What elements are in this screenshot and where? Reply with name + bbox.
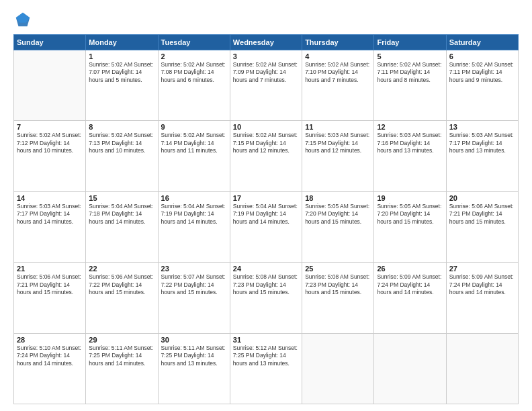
day-number: 22 bbox=[89, 265, 154, 273]
day-number: 23 bbox=[161, 265, 227, 273]
calendar-cell: 8Sunrise: 5:02 AM Sunset: 7:13 PM Daylig… bbox=[86, 121, 158, 191]
day-number: 18 bbox=[305, 194, 371, 202]
day-number: 15 bbox=[89, 194, 154, 202]
logo-icon bbox=[13, 10, 32, 29]
day-number: 14 bbox=[17, 194, 83, 202]
day-number: 3 bbox=[233, 52, 299, 60]
calendar-cell bbox=[446, 333, 518, 404]
day-number: 25 bbox=[305, 265, 371, 273]
day-number: 26 bbox=[377, 265, 443, 273]
day-number: 17 bbox=[233, 194, 299, 202]
day-info: Sunrise: 5:03 AM Sunset: 7:17 PM Dayligh… bbox=[449, 132, 515, 154]
col-tuesday: Tuesday bbox=[158, 35, 230, 50]
day-number: 13 bbox=[449, 123, 515, 131]
day-number: 16 bbox=[161, 194, 227, 202]
day-info: Sunrise: 5:06 AM Sunset: 7:21 PM Dayligh… bbox=[449, 203, 515, 226]
col-wednesday: Wednesday bbox=[230, 35, 302, 50]
day-info: Sunrise: 5:04 AM Sunset: 7:19 PM Dayligh… bbox=[233, 203, 299, 226]
calendar-cell: 29Sunrise: 5:11 AM Sunset: 7:25 PM Dayli… bbox=[86, 333, 158, 404]
day-number: 30 bbox=[161, 336, 227, 344]
day-number: 20 bbox=[449, 194, 515, 202]
day-info: Sunrise: 5:10 AM Sunset: 7:24 PM Dayligh… bbox=[17, 345, 83, 367]
calendar-cell: 16Sunrise: 5:04 AM Sunset: 7:19 PM Dayli… bbox=[158, 191, 230, 262]
day-number: 5 bbox=[377, 52, 443, 60]
day-info: Sunrise: 5:02 AM Sunset: 7:12 PM Dayligh… bbox=[17, 132, 83, 154]
day-info: Sunrise: 5:07 AM Sunset: 7:22 PM Dayligh… bbox=[161, 273, 227, 296]
day-number: 10 bbox=[233, 123, 299, 131]
day-info: Sunrise: 5:02 AM Sunset: 7:09 PM Dayligh… bbox=[233, 61, 299, 84]
day-info: Sunrise: 5:02 AM Sunset: 7:13 PM Dayligh… bbox=[89, 132, 154, 154]
calendar-cell: 9Sunrise: 5:02 AM Sunset: 7:14 PM Daylig… bbox=[158, 121, 230, 191]
day-info: Sunrise: 5:08 AM Sunset: 7:23 PM Dayligh… bbox=[305, 273, 371, 296]
calendar-cell: 3Sunrise: 5:02 AM Sunset: 7:09 PM Daylig… bbox=[230, 50, 302, 121]
week-row-1: 1Sunrise: 5:02 AM Sunset: 7:07 PM Daylig… bbox=[14, 50, 519, 121]
calendar-cell: 5Sunrise: 5:02 AM Sunset: 7:11 PM Daylig… bbox=[374, 50, 446, 121]
header bbox=[13, 10, 519, 29]
day-number: 4 bbox=[305, 52, 371, 60]
day-info: Sunrise: 5:03 AM Sunset: 7:16 PM Dayligh… bbox=[377, 132, 443, 154]
day-info: Sunrise: 5:11 AM Sunset: 7:25 PM Dayligh… bbox=[89, 345, 154, 367]
day-info: Sunrise: 5:02 AM Sunset: 7:11 PM Dayligh… bbox=[377, 61, 443, 84]
calendar-cell: 23Sunrise: 5:07 AM Sunset: 7:22 PM Dayli… bbox=[158, 263, 230, 333]
col-saturday: Saturday bbox=[446, 35, 518, 50]
day-info: Sunrise: 5:09 AM Sunset: 7:24 PM Dayligh… bbox=[377, 273, 443, 296]
col-monday: Monday bbox=[86, 35, 158, 50]
day-info: Sunrise: 5:03 AM Sunset: 7:15 PM Dayligh… bbox=[305, 132, 371, 154]
calendar-cell: 1Sunrise: 5:02 AM Sunset: 7:07 PM Daylig… bbox=[86, 50, 158, 121]
calendar-cell: 24Sunrise: 5:08 AM Sunset: 7:23 PM Dayli… bbox=[230, 263, 302, 333]
day-number: 1 bbox=[89, 52, 154, 60]
calendar-cell: 21Sunrise: 5:06 AM Sunset: 7:21 PM Dayli… bbox=[14, 263, 86, 333]
week-row-3: 14Sunrise: 5:03 AM Sunset: 7:17 PM Dayli… bbox=[14, 191, 519, 262]
calendar-cell: 2Sunrise: 5:02 AM Sunset: 7:08 PM Daylig… bbox=[158, 50, 230, 121]
calendar-header-row: Sunday Monday Tuesday Wednesday Thursday… bbox=[14, 35, 519, 50]
calendar-cell: 14Sunrise: 5:03 AM Sunset: 7:17 PM Dayli… bbox=[14, 191, 86, 262]
calendar-cell: 7Sunrise: 5:02 AM Sunset: 7:12 PM Daylig… bbox=[14, 121, 86, 191]
day-number: 24 bbox=[233, 265, 299, 273]
calendar-cell bbox=[14, 50, 86, 121]
calendar-cell bbox=[302, 333, 374, 404]
day-info: Sunrise: 5:04 AM Sunset: 7:19 PM Dayligh… bbox=[161, 203, 227, 226]
day-number: 2 bbox=[161, 52, 227, 60]
calendar-cell: 19Sunrise: 5:05 AM Sunset: 7:20 PM Dayli… bbox=[374, 191, 446, 262]
week-row-4: 21Sunrise: 5:06 AM Sunset: 7:21 PM Dayli… bbox=[14, 263, 519, 333]
calendar-cell: 10Sunrise: 5:02 AM Sunset: 7:15 PM Dayli… bbox=[230, 121, 302, 191]
day-info: Sunrise: 5:05 AM Sunset: 7:20 PM Dayligh… bbox=[377, 203, 443, 226]
day-info: Sunrise: 5:03 AM Sunset: 7:17 PM Dayligh… bbox=[17, 203, 83, 226]
day-number: 8 bbox=[89, 123, 154, 131]
calendar-cell: 17Sunrise: 5:04 AM Sunset: 7:19 PM Dayli… bbox=[230, 191, 302, 262]
calendar-cell: 30Sunrise: 5:11 AM Sunset: 7:25 PM Dayli… bbox=[158, 333, 230, 404]
page: Sunday Monday Tuesday Wednesday Thursday… bbox=[0, 0, 532, 411]
day-info: Sunrise: 5:05 AM Sunset: 7:20 PM Dayligh… bbox=[305, 203, 371, 226]
calendar-cell: 11Sunrise: 5:03 AM Sunset: 7:15 PM Dayli… bbox=[302, 121, 374, 191]
day-info: Sunrise: 5:02 AM Sunset: 7:15 PM Dayligh… bbox=[233, 132, 299, 154]
col-friday: Friday bbox=[374, 35, 446, 50]
day-info: Sunrise: 5:02 AM Sunset: 7:14 PM Dayligh… bbox=[161, 132, 227, 154]
calendar-cell: 6Sunrise: 5:02 AM Sunset: 7:11 PM Daylig… bbox=[446, 50, 518, 121]
day-info: Sunrise: 5:06 AM Sunset: 7:22 PM Dayligh… bbox=[89, 273, 154, 296]
calendar-cell: 12Sunrise: 5:03 AM Sunset: 7:16 PM Dayli… bbox=[374, 121, 446, 191]
day-number: 11 bbox=[305, 123, 371, 131]
logo bbox=[13, 10, 35, 29]
day-info: Sunrise: 5:02 AM Sunset: 7:11 PM Dayligh… bbox=[449, 61, 515, 84]
calendar-cell: 18Sunrise: 5:05 AM Sunset: 7:20 PM Dayli… bbox=[302, 191, 374, 262]
calendar-cell: 31Sunrise: 5:12 AM Sunset: 7:25 PM Dayli… bbox=[230, 333, 302, 404]
week-row-2: 7Sunrise: 5:02 AM Sunset: 7:12 PM Daylig… bbox=[14, 121, 519, 191]
week-row-5: 28Sunrise: 5:10 AM Sunset: 7:24 PM Dayli… bbox=[14, 333, 519, 404]
day-info: Sunrise: 5:11 AM Sunset: 7:25 PM Dayligh… bbox=[161, 345, 227, 367]
day-info: Sunrise: 5:02 AM Sunset: 7:10 PM Dayligh… bbox=[305, 61, 371, 84]
day-info: Sunrise: 5:04 AM Sunset: 7:18 PM Dayligh… bbox=[89, 203, 154, 226]
calendar-cell: 25Sunrise: 5:08 AM Sunset: 7:23 PM Dayli… bbox=[302, 263, 374, 333]
day-number: 9 bbox=[161, 123, 227, 131]
day-info: Sunrise: 5:09 AM Sunset: 7:24 PM Dayligh… bbox=[449, 273, 515, 296]
calendar-cell bbox=[374, 333, 446, 404]
day-number: 12 bbox=[377, 123, 443, 131]
day-info: Sunrise: 5:06 AM Sunset: 7:21 PM Dayligh… bbox=[17, 273, 83, 296]
day-number: 27 bbox=[449, 265, 515, 273]
day-info: Sunrise: 5:02 AM Sunset: 7:08 PM Dayligh… bbox=[161, 61, 227, 84]
calendar-cell: 22Sunrise: 5:06 AM Sunset: 7:22 PM Dayli… bbox=[86, 263, 158, 333]
calendar-table: Sunday Monday Tuesday Wednesday Thursday… bbox=[13, 34, 519, 404]
calendar-cell: 13Sunrise: 5:03 AM Sunset: 7:17 PM Dayli… bbox=[446, 121, 518, 191]
calendar-cell: 20Sunrise: 5:06 AM Sunset: 7:21 PM Dayli… bbox=[446, 191, 518, 262]
day-number: 19 bbox=[377, 194, 443, 202]
day-number: 31 bbox=[233, 336, 299, 344]
